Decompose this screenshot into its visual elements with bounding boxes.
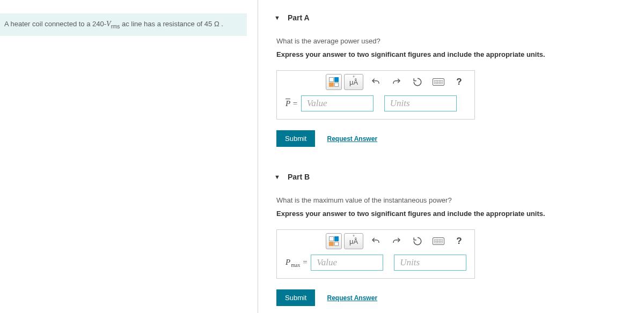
part-b-header[interactable]: ▼ Part B: [274, 173, 628, 181]
undo-button[interactable]: [367, 74, 384, 90]
template-picker-button[interactable]: [326, 74, 342, 90]
template-picker-button[interactable]: [326, 233, 342, 249]
part-a-input-row: P =: [280, 95, 471, 111]
part-b-title: Part B: [288, 173, 310, 181]
part-a-variable: P =: [286, 99, 298, 108]
part-a-request-answer-link[interactable]: Request Answer: [327, 135, 377, 143]
part-a: ▼ Part A What is the average power used?…: [274, 13, 628, 147]
keyboard-button[interactable]: [429, 74, 447, 90]
keyboard-icon: [433, 78, 444, 86]
part-b: ▼ Part B What is the maximum value of th…: [274, 173, 628, 306]
units-picker-button[interactable]: μÅ: [344, 233, 363, 249]
part-b-input-row: Pmax =: [280, 255, 471, 271]
part-b-toolbar: μÅ ?: [280, 233, 471, 249]
reset-button[interactable]: [408, 233, 426, 249]
part-a-units-input[interactable]: [384, 95, 457, 111]
help-label: ?: [456, 77, 462, 87]
problem-text-2: ac line has a resistance of 45: [120, 20, 214, 28]
part-a-toolbar: μÅ ?: [280, 74, 471, 90]
redo-button[interactable]: [387, 74, 405, 90]
part-b-question: What is the maximum value of the instant…: [276, 196, 628, 204]
collapse-icon: ▼: [274, 174, 280, 180]
part-a-value-input[interactable]: [301, 95, 374, 111]
units-label: μÅ: [349, 237, 358, 245]
units-picker-button[interactable]: μÅ: [344, 74, 363, 90]
collapse-icon: ▼: [274, 14, 280, 21]
part-a-question: What is the average power used?: [276, 37, 628, 45]
keyboard-button[interactable]: [429, 233, 447, 249]
ohm-symbol: Ω: [214, 20, 219, 28]
reset-button[interactable]: [408, 74, 426, 90]
problem-text-3: .: [219, 20, 223, 28]
keyboard-icon: [433, 237, 444, 245]
units-label: μÅ: [349, 78, 358, 86]
part-b-actions: Submit Request Answer: [276, 289, 628, 306]
help-label: ?: [456, 236, 462, 247]
part-b-submit-button[interactable]: Submit: [276, 289, 315, 306]
part-a-answer-box: μÅ ? P =: [276, 70, 475, 120]
problem-text-1: A heater coil connected to a 240-: [4, 20, 106, 28]
undo-button[interactable]: [367, 233, 384, 249]
voltage-symbol: V: [106, 20, 111, 28]
part-a-instruction: Express your answer to two significant f…: [276, 50, 628, 58]
help-button[interactable]: ?: [450, 74, 468, 90]
part-a-submit-button[interactable]: Submit: [276, 130, 315, 147]
part-a-actions: Submit Request Answer: [276, 130, 628, 147]
part-b-instruction: Express your answer to two significant f…: [276, 210, 628, 218]
part-b-request-answer-link[interactable]: Request Answer: [327, 294, 377, 302]
voltage-subscript: rms: [111, 24, 120, 29]
part-a-header[interactable]: ▼ Part A: [274, 13, 628, 22]
redo-button[interactable]: [387, 233, 405, 249]
part-b-variable: Pmax =: [286, 258, 308, 268]
part-a-title: Part A: [288, 13, 310, 22]
problem-statement: A heater coil connected to a 240-Vrms ac…: [0, 13, 247, 36]
part-b-value-input[interactable]: [311, 255, 383, 271]
part-b-units-input[interactable]: [394, 255, 466, 271]
part-b-answer-box: μÅ ? Pmax =: [276, 229, 475, 279]
help-button[interactable]: ?: [450, 233, 468, 249]
